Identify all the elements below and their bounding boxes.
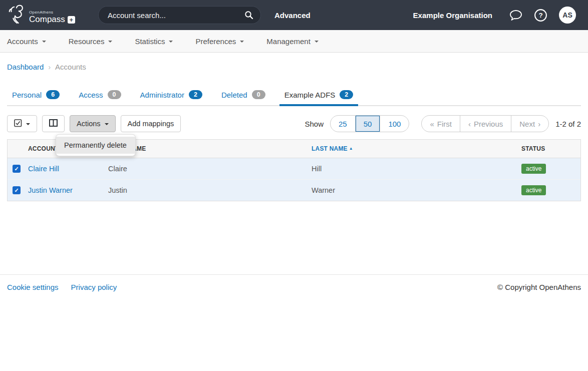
tab-example-adfs[interactable]: Example ADFS 2	[279, 86, 359, 106]
copyright-text: © Copyright OpenAthens	[497, 283, 581, 291]
compass-plus-icon: +	[68, 16, 75, 24]
chevron-down-icon	[240, 41, 244, 43]
chevron-down-icon	[26, 123, 30, 125]
search-icon[interactable]	[244, 11, 253, 20]
next-page-button[interactable]: Next ›	[511, 116, 548, 132]
user-avatar[interactable]: AS	[559, 7, 576, 24]
first-name-cell: Claire	[105, 158, 308, 180]
tab-count-badge: 6	[46, 90, 60, 99]
chevron-down-icon	[42, 41, 46, 43]
tab-count-badge: 2	[340, 90, 353, 99]
breadcrumb-current: Accounts	[55, 63, 86, 71]
menu-accounts[interactable]: Accounts	[7, 37, 46, 46]
tab-count-badge: 2	[189, 90, 202, 99]
columns-button[interactable]	[42, 115, 65, 132]
account-search-box[interactable]	[98, 6, 261, 24]
first-page-button[interactable]: « First	[422, 116, 460, 132]
chevron-down-icon	[169, 41, 173, 43]
double-chevron-left-icon: «	[430, 120, 434, 128]
brand-compass-label: Compass	[29, 15, 65, 25]
account-link[interactable]: Justin Warner	[28, 186, 73, 194]
menu-item-permanently-delete[interactable]: Permanently delete	[56, 137, 135, 154]
tab-personal[interactable]: Personal 6	[7, 86, 65, 106]
row-checkbox-checked[interactable]: ✓	[13, 186, 21, 194]
columns-icon	[49, 119, 58, 128]
tab-count-badge: 0	[108, 90, 121, 99]
advanced-search-link[interactable]: Advanced	[274, 11, 311, 20]
add-mappings-button[interactable]: Add mappings	[121, 115, 181, 132]
chevron-down-icon	[315, 41, 319, 43]
page-size-50[interactable]: 50	[356, 116, 381, 132]
select-all-dropdown-button[interactable]	[7, 115, 37, 132]
account-search-input[interactable]	[108, 11, 244, 20]
chevron-left-icon: ‹	[468, 120, 471, 128]
table-row: ✓ Claire Hill Claire Hill active	[8, 158, 580, 180]
account-tabs: Personal 6 Access 0 Administrator 2 Dele…	[7, 86, 581, 106]
svg-text:?: ?	[538, 12, 542, 19]
page-footer: Cookie settings Privacy policy © Copyrig…	[0, 274, 588, 299]
tab-access[interactable]: Access 0	[74, 86, 126, 106]
main-menubar: Accounts Resources Statistics Preference…	[0, 30, 588, 53]
chevron-down-icon	[105, 123, 109, 125]
account-link[interactable]: Claire Hill	[28, 165, 59, 173]
breadcrumb-dashboard-link[interactable]: Dashboard	[7, 63, 44, 71]
first-name-cell: Justin	[105, 180, 308, 201]
table-toolbar: Actions Add mappings Permanently delete …	[7, 115, 581, 132]
top-navbar: OpenAthens Compass + Advanced Example Or…	[0, 0, 588, 30]
help-icon[interactable]: ?	[534, 9, 547, 22]
actions-button[interactable]: Actions	[70, 115, 116, 132]
feedback-chat-icon[interactable]	[509, 9, 522, 22]
column-header-last-name[interactable]: LAST NAME▲	[308, 140, 518, 158]
chevron-right-icon: ›	[538, 120, 540, 128]
page-size-100[interactable]: 100	[380, 116, 409, 132]
privacy-policy-link[interactable]: Privacy policy	[71, 283, 117, 291]
page-size-25[interactable]: 25	[331, 116, 356, 132]
page-size-group: 25 50 100	[330, 115, 409, 132]
last-name-cell: Warner	[308, 180, 518, 201]
header-checkbox-column	[8, 140, 25, 158]
pagination: Show 25 50 100 « First ‹ Previous Next ›…	[305, 115, 581, 132]
tab-deleted[interactable]: Deleted 0	[216, 86, 270, 106]
chevron-down-icon	[108, 41, 112, 43]
page-nav-group: « First ‹ Previous Next ›	[421, 115, 549, 132]
breadcrumb-separator-icon: ›	[48, 63, 51, 71]
brand-logo[interactable]: OpenAthens Compass +	[7, 4, 96, 27]
menu-preferences[interactable]: Preferences	[195, 37, 244, 46]
tab-administrator[interactable]: Administrator 2	[135, 86, 207, 106]
column-header-status[interactable]: STATUS	[518, 140, 580, 158]
table-row: ✓ Justin Warner Justin Warner active	[8, 180, 580, 201]
status-badge: active	[521, 164, 546, 174]
checkbox-icon	[14, 119, 22, 129]
status-badge: active	[521, 185, 546, 195]
sort-ascending-icon: ▲	[349, 146, 353, 151]
menu-statistics[interactable]: Statistics	[135, 37, 173, 46]
results-range: 1-2 of 2	[555, 120, 581, 128]
openathens-owl-icon	[7, 4, 26, 27]
previous-page-button[interactable]: ‹ Previous	[460, 116, 511, 132]
tab-count-badge: 0	[252, 90, 265, 99]
menu-management[interactable]: Management	[266, 37, 319, 46]
last-name-cell: Hill	[308, 158, 518, 180]
menu-resources[interactable]: Resources	[69, 37, 113, 46]
show-label: Show	[305, 120, 324, 128]
brand-openathens-label: OpenAthens	[29, 10, 75, 15]
cookie-settings-link[interactable]: Cookie settings	[7, 283, 59, 291]
organisation-name: Example Organisation	[413, 11, 492, 20]
actions-dropdown-menu: Permanently delete	[56, 134, 136, 156]
breadcrumb: Dashboard › Accounts	[0, 53, 588, 80]
row-checkbox-checked[interactable]: ✓	[13, 165, 21, 173]
